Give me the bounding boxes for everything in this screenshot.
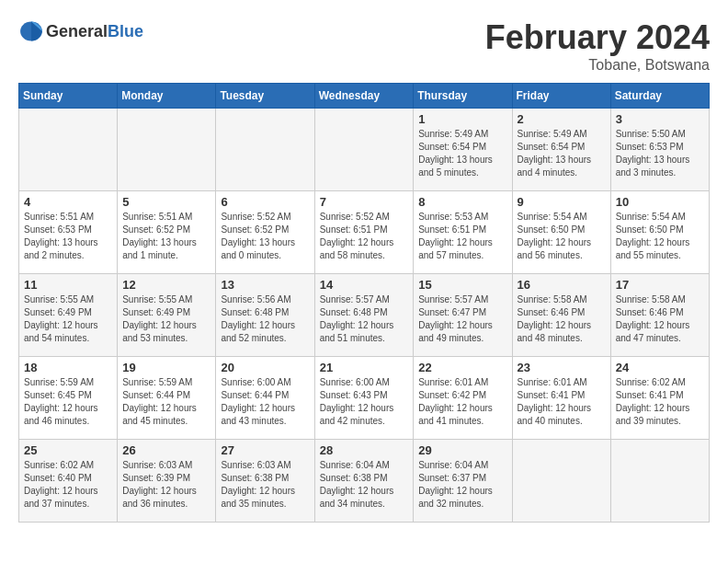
calendar-cell: 29Sunrise: 6:04 AM Sunset: 6:37 PM Dayli… <box>414 440 512 523</box>
day-number: 18 <box>24 361 112 374</box>
calendar-cell: 21Sunrise: 6:00 AM Sunset: 6:43 PM Dayli… <box>314 357 414 440</box>
calendar-cell: 20Sunrise: 6:00 AM Sunset: 6:44 PM Dayli… <box>216 357 314 440</box>
calendar-cell <box>610 440 709 523</box>
calendar-cell: 18Sunrise: 5:59 AM Sunset: 6:45 PM Dayli… <box>19 357 118 440</box>
day-info: Sunrise: 5:52 AM Sunset: 6:52 PM Dayligh… <box>221 211 309 262</box>
calendar-cell: 17Sunrise: 5:58 AM Sunset: 6:46 PM Dayli… <box>610 274 709 357</box>
day-number: 11 <box>24 278 112 292</box>
calendar-cell: 25Sunrise: 6:02 AM Sunset: 6:40 PM Dayli… <box>19 440 118 523</box>
header-thursday: Thursday <box>414 84 512 109</box>
calendar-cell: 26Sunrise: 6:03 AM Sunset: 6:39 PM Dayli… <box>118 440 216 523</box>
day-info: Sunrise: 5:58 AM Sunset: 6:46 PM Dayligh… <box>518 293 606 345</box>
day-info: Sunrise: 6:00 AM Sunset: 6:43 PM Dayligh… <box>320 376 409 428</box>
day-info: Sunrise: 5:51 AM Sunset: 6:53 PM Dayligh… <box>24 211 112 262</box>
day-info: Sunrise: 6:03 AM Sunset: 6:38 PM Dayligh… <box>221 459 309 511</box>
day-number: 22 <box>418 361 506 374</box>
day-number: 9 <box>518 195 606 209</box>
calendar-week-1: 1Sunrise: 5:49 AM Sunset: 6:54 PM Daylig… <box>19 109 710 191</box>
day-info: Sunrise: 5:50 AM Sunset: 6:53 PM Dayligh… <box>616 128 704 179</box>
calendar-cell: 5Sunrise: 5:51 AM Sunset: 6:52 PM Daylig… <box>118 191 216 274</box>
day-info: Sunrise: 5:57 AM Sunset: 6:48 PM Dayligh… <box>320 293 409 345</box>
day-number: 20 <box>221 361 309 374</box>
title-area: February 2024 Tobane, Botswana <box>485 18 710 74</box>
day-number: 13 <box>221 278 309 292</box>
calendar-cell: 13Sunrise: 5:56 AM Sunset: 6:48 PM Dayli… <box>216 274 314 357</box>
day-info: Sunrise: 5:53 AM Sunset: 6:51 PM Dayligh… <box>418 211 506 262</box>
calendar-cell: 1Sunrise: 5:49 AM Sunset: 6:54 PM Daylig… <box>414 109 512 191</box>
calendar-week-2: 4Sunrise: 5:51 AM Sunset: 6:53 PM Daylig… <box>19 191 710 274</box>
day-number: 17 <box>616 278 704 292</box>
location-title: Tobane, Botswana <box>485 57 710 74</box>
day-number: 24 <box>616 361 704 374</box>
calendar-week-5: 25Sunrise: 6:02 AM Sunset: 6:40 PM Dayli… <box>19 440 710 523</box>
calendar-cell: 28Sunrise: 6:04 AM Sunset: 6:38 PM Dayli… <box>314 440 414 523</box>
day-info: Sunrise: 5:52 AM Sunset: 6:51 PM Dayligh… <box>320 211 409 262</box>
calendar-cell <box>118 109 216 191</box>
day-info: Sunrise: 5:55 AM Sunset: 6:49 PM Dayligh… <box>122 293 210 345</box>
calendar-cell: 6Sunrise: 5:52 AM Sunset: 6:52 PM Daylig… <box>216 191 314 274</box>
day-info: Sunrise: 5:49 AM Sunset: 6:54 PM Dayligh… <box>518 128 606 179</box>
day-number: 19 <box>122 361 210 374</box>
day-number: 3 <box>616 112 704 126</box>
day-number: 14 <box>320 278 409 292</box>
calendar-cell: 14Sunrise: 5:57 AM Sunset: 6:48 PM Dayli… <box>314 274 414 357</box>
header-saturday: Saturday <box>610 84 709 109</box>
header-friday: Friday <box>512 84 610 109</box>
day-number: 28 <box>320 443 409 457</box>
header-wednesday: Wednesday <box>314 84 414 109</box>
header-sunday: Sunday <box>19 84 118 109</box>
calendar-cell: 27Sunrise: 6:03 AM Sunset: 6:38 PM Dayli… <box>216 440 314 523</box>
day-number: 27 <box>221 443 309 457</box>
day-number: 29 <box>418 443 506 457</box>
calendar-cell: 8Sunrise: 5:53 AM Sunset: 6:51 PM Daylig… <box>414 191 512 274</box>
calendar-cell: 4Sunrise: 5:51 AM Sunset: 6:53 PM Daylig… <box>19 191 118 274</box>
day-number: 8 <box>418 195 506 209</box>
day-number: 7 <box>320 195 409 209</box>
day-number: 6 <box>221 195 309 209</box>
day-info: Sunrise: 5:57 AM Sunset: 6:47 PM Dayligh… <box>418 293 506 345</box>
calendar-table: Sunday Monday Tuesday Wednesday Thursday… <box>18 83 710 523</box>
calendar-week-4: 18Sunrise: 5:59 AM Sunset: 6:45 PM Dayli… <box>19 357 710 440</box>
calendar-cell <box>216 109 314 191</box>
day-info: Sunrise: 5:58 AM Sunset: 6:46 PM Dayligh… <box>616 293 704 345</box>
header-monday: Monday <box>118 84 216 109</box>
logo-blue: Blue <box>108 22 143 40</box>
calendar-header-row: Sunday Monday Tuesday Wednesday Thursday… <box>19 84 710 109</box>
calendar-cell: 3Sunrise: 5:50 AM Sunset: 6:53 PM Daylig… <box>610 109 709 191</box>
day-number: 16 <box>518 278 606 292</box>
day-info: Sunrise: 6:03 AM Sunset: 6:39 PM Dayligh… <box>122 459 210 511</box>
calendar-cell: 23Sunrise: 6:01 AM Sunset: 6:41 PM Dayli… <box>512 357 610 440</box>
day-info: Sunrise: 6:00 AM Sunset: 6:44 PM Dayligh… <box>221 376 309 428</box>
day-info: Sunrise: 5:54 AM Sunset: 6:50 PM Dayligh… <box>518 211 606 262</box>
day-info: Sunrise: 6:01 AM Sunset: 6:41 PM Dayligh… <box>518 376 606 428</box>
calendar-cell: 10Sunrise: 5:54 AM Sunset: 6:50 PM Dayli… <box>610 191 709 274</box>
day-info: Sunrise: 5:54 AM Sunset: 6:50 PM Dayligh… <box>616 211 704 262</box>
day-number: 12 <box>122 278 210 292</box>
calendar-cell: 15Sunrise: 5:57 AM Sunset: 6:47 PM Dayli… <box>414 274 512 357</box>
month-title: February 2024 <box>485 18 710 57</box>
header: GeneralBlue February 2024 Tobane, Botswa… <box>18 18 710 74</box>
calendar-cell: 11Sunrise: 5:55 AM Sunset: 6:49 PM Dayli… <box>19 274 118 357</box>
day-info: Sunrise: 5:56 AM Sunset: 6:48 PM Dayligh… <box>221 293 309 345</box>
calendar-cell: 19Sunrise: 5:59 AM Sunset: 6:44 PM Dayli… <box>118 357 216 440</box>
day-number: 15 <box>418 278 506 292</box>
day-number: 1 <box>418 112 506 126</box>
calendar-cell: 7Sunrise: 5:52 AM Sunset: 6:51 PM Daylig… <box>314 191 414 274</box>
calendar-cell: 24Sunrise: 6:02 AM Sunset: 6:41 PM Dayli… <box>610 357 709 440</box>
logo-general: General <box>46 22 108 40</box>
day-number: 5 <box>122 195 210 209</box>
day-number: 23 <box>518 361 606 374</box>
calendar-cell: 9Sunrise: 5:54 AM Sunset: 6:50 PM Daylig… <box>512 191 610 274</box>
calendar-cell: 16Sunrise: 5:58 AM Sunset: 6:46 PM Dayli… <box>512 274 610 357</box>
day-info: Sunrise: 6:04 AM Sunset: 6:38 PM Dayligh… <box>320 459 409 511</box>
day-info: Sunrise: 5:55 AM Sunset: 6:49 PM Dayligh… <box>24 293 112 345</box>
logo: GeneralBlue <box>18 18 143 44</box>
calendar-cell <box>314 109 414 191</box>
day-number: 25 <box>24 443 112 457</box>
day-number: 21 <box>320 361 409 374</box>
logo-icon <box>18 18 44 44</box>
header-tuesday: Tuesday <box>216 84 314 109</box>
calendar-cell: 2Sunrise: 5:49 AM Sunset: 6:54 PM Daylig… <box>512 109 610 191</box>
calendar-cell <box>512 440 610 523</box>
day-number: 10 <box>616 195 704 209</box>
